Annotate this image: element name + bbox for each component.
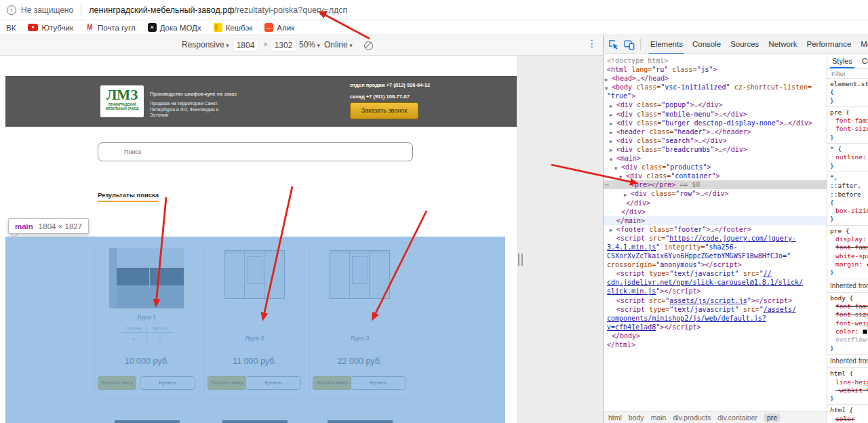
style-rule[interactable]: * {outline: ▸} <box>827 144 868 172</box>
viewport-height-input[interactable] <box>271 39 296 52</box>
zoom-select[interactable]: 50% <box>299 40 320 49</box>
style-property[interactable]: font-family: <box>830 117 868 125</box>
style-property[interactable]: font-family <box>830 302 868 310</box>
viewport-resize-handle[interactable] <box>518 254 523 266</box>
tree-row[interactable]: </html> <box>604 340 827 349</box>
style-property[interactable]: color <box>830 415 868 423</box>
tree-row[interactable]: ⋯<pre></pre> == $0 <box>604 180 827 189</box>
bookmark-ali[interactable]: Алик <box>264 23 294 32</box>
breadcrumb-item[interactable]: pre <box>764 414 780 422</box>
tree-row[interactable]: <html lang="ru" class="js"> <box>604 65 827 74</box>
order-call-button[interactable]: Заказать звонок <box>350 102 418 119</box>
tab-styles[interactable]: Styles <box>827 54 857 68</box>
device-mode-select[interactable]: Responsive <box>182 40 229 49</box>
bookmark-gmail[interactable]: Почта гугл <box>85 23 136 32</box>
tab-performance[interactable]: Performance <box>802 35 856 54</box>
style-property[interactable]: color: <box>830 327 868 336</box>
tree-row[interactable]: <script src="assets/js/script.js"></scri… <box>604 296 827 305</box>
style-rule[interactable]: pre {display: blfont-familywhite-space: … <box>827 226 868 279</box>
tree-row[interactable]: crossorigin="anonymous"></script> <box>604 260 827 269</box>
tree-row[interactable]: ▼<body class="vsc-initialized" cz-shortc… <box>604 83 827 92</box>
tree-row[interactable]: ▶<div class="row">…</div> <box>604 189 827 198</box>
tab-elements[interactable]: Elements <box>646 35 688 54</box>
breadcrumb-item[interactable]: div.container <box>717 414 757 422</box>
tree-row[interactable]: ▶<header class="header">…</header> <box>604 127 827 136</box>
style-rule[interactable]: html {color} <box>827 405 868 423</box>
gutter-marker: ⋯ <box>605 180 608 189</box>
style-property[interactable]: font-family <box>830 243 868 251</box>
site-info-icon[interactable] <box>7 5 16 15</box>
tree-row[interactable]: ▶<div class="burger desctop-display-none… <box>604 119 827 127</box>
style-rule[interactable]: *, ::after, ::before {box-sizing: } <box>827 172 868 226</box>
device-toolbar-icon[interactable] <box>624 39 635 50</box>
style-property[interactable]: line-height: <box>830 378 868 386</box>
tree-row[interactable]: ▶<div class="breadcrumbs">…</div> <box>604 145 827 154</box>
breadcrumb-item[interactable]: html <box>608 414 622 422</box>
styles-panel-body: element.style {}pre {font-family: font-s… <box>827 79 868 423</box>
tree-row[interactable]: </div> <box>604 207 827 216</box>
style-property[interactable]: -webkit-text <box>830 386 868 395</box>
style-property[interactable]: box-sizing: <box>830 207 868 215</box>
tree-row[interactable]: </main> <box>604 216 827 225</box>
tree-row[interactable]: CSXorXvZcTkaix6Yvo6HppcZGetbYMGWSF1Bw8Hf… <box>604 251 827 260</box>
url-bar[interactable]: Не защищено ленинградский-мебельный-заво… <box>0 0 868 20</box>
tab-computed[interactable]: Computed <box>857 54 868 68</box>
style-property[interactable]: font-size: <box>830 125 868 133</box>
network-throttle-select[interactable]: Online <box>324 40 353 49</box>
tree-row[interactable]: </body> <box>604 331 827 340</box>
tree-row[interactable]: ▼<main> <box>604 154 827 163</box>
viewport-width-input[interactable] <box>233 39 258 52</box>
site-logo[interactable]: ЛМЗ ЛЕНИНГРАДСКИЙ МЕБЕЛЬНЫЙ ЗАВОД <box>100 85 144 117</box>
devtools-panel: Elements Console Sources Network Perform… <box>603 35 868 423</box>
breadcrumb-item[interactable]: div.products <box>673 414 711 422</box>
tab-network[interactable]: Network <box>764 35 802 54</box>
style-property[interactable]: font-weight: <box>830 319 868 327</box>
style-rule[interactable]: body {font-familyfont-sizefont-weight: c… <box>827 293 868 355</box>
tab-console[interactable]: Console <box>688 35 726 54</box>
style-property[interactable]: outline: ▸ <box>830 153 868 161</box>
tree-row[interactable]: 3.4.1.min.js" integrity="sha256- <box>604 243 827 251</box>
tree-row[interactable]: cdn.jsdelivr.net/npm/slick-carousel@1.8.… <box>604 278 827 287</box>
tree-row[interactable]: ▶<head>…</head> <box>604 74 827 83</box>
bookmark-cashback[interactable]: Кешбэк <box>214 23 253 32</box>
breadcrumb-item[interactable]: body <box>629 414 644 422</box>
tree-row[interactable]: components/minishop2/js/web/default.js? <box>604 314 827 323</box>
breadcrumb-item[interactable]: main <box>651 414 667 422</box>
styles-filter-input[interactable]: Filter <box>827 68 868 79</box>
site-search-input[interactable] <box>98 142 413 161</box>
tree-row[interactable]: v=cfb41e1ad8"></script> <box>604 323 827 331</box>
address-url[interactable]: ленинградский-мебельный-завод.рф/rezulta… <box>89 5 347 15</box>
tree-row[interactable]: ▶<div class="search">…</div> <box>604 136 827 145</box>
style-rule[interactable]: pre {font-family: font-size: } <box>827 107 868 144</box>
tree-row[interactable]: <script src="https://code.jquery.com/jqu… <box>604 234 827 243</box>
style-property[interactable]: overflow-x <box>830 336 868 344</box>
style-property[interactable]: margin: ▸ 1 <box>830 260 868 268</box>
tab-memory[interactable]: Memory <box>856 35 868 54</box>
tree-row[interactable]: <script type="text/javascript" src="// <box>604 269 827 278</box>
tree-row[interactable]: <!doctype html> <box>604 56 827 65</box>
tree-row[interactable]: ▶<footer class="footer">…</footer> <box>604 225 827 234</box>
inspect-element-icon[interactable] <box>608 39 619 50</box>
tree-row[interactable]: ▶<div class="popup">…</div> <box>604 100 827 109</box>
bookmark-vk[interactable]: ВК <box>6 24 16 32</box>
tree-row[interactable]: "true"> <box>604 92 827 100</box>
bookmark-youtube[interactable]: Ютубчик <box>28 24 73 32</box>
tree-row[interactable]: <script type="text/javascript" src="/ass… <box>604 305 827 314</box>
tree-row[interactable]: slick.min.js"></script> <box>604 287 827 296</box>
tab-sources[interactable]: Sources <box>726 35 764 54</box>
style-property[interactable]: display: bl <box>830 235 868 243</box>
style-property[interactable]: font-size <box>830 310 868 319</box>
tree-row[interactable]: ▼<div class="products"> <box>604 163 827 172</box>
style-rule[interactable]: element.style {} <box>827 79 868 107</box>
tree-row[interactable]: ▶<div class="mobile-menu">…</div> <box>604 110 827 119</box>
bookmark-doka[interactable]: Дока МОДх <box>148 23 201 32</box>
device-toolbar: Responsive × 50% Online ⋮ <box>0 35 603 56</box>
color-swatch[interactable] <box>863 329 867 334</box>
style-rule[interactable]: html {line-height: -webkit-text} <box>827 368 868 405</box>
device-toolbar-menu[interactable]: ⋮ <box>587 38 597 49</box>
style-property[interactable]: white-space: <box>830 252 868 260</box>
phone-sales[interactable]: отдел продаж +7 (812) 926-64-12 <box>350 82 430 88</box>
tree-row[interactable]: </div> <box>604 199 827 207</box>
tree-row[interactable]: ▼<div class="container"> <box>604 172 827 180</box>
phone-warehouse[interactable]: склад +7 (911) 106-77-07 <box>350 94 410 100</box>
